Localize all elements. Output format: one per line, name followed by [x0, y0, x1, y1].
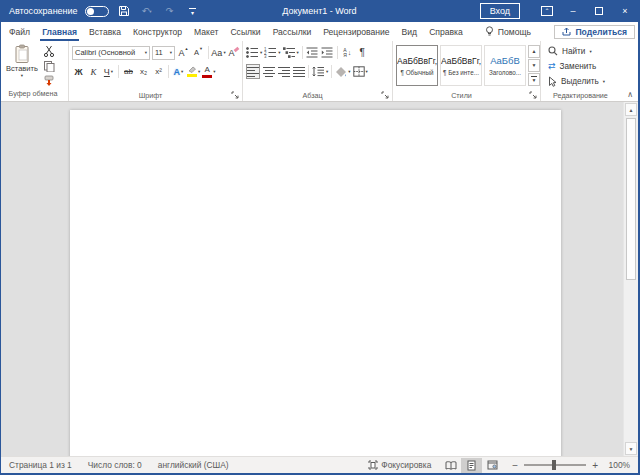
- tell-me-button[interactable]: Помощь: [485, 26, 531, 37]
- scroll-up-icon[interactable]: ▲: [625, 103, 637, 116]
- paragraph-dialog-launcher[interactable]: [381, 91, 389, 99]
- tab-view[interactable]: Вид: [402, 22, 418, 41]
- styles-scroll-up-button[interactable]: ▲: [528, 45, 540, 58]
- multilevel-list-button[interactable]: ▾: [283, 45, 299, 60]
- print-layout-icon[interactable]: [461, 458, 482, 473]
- redo-icon[interactable]: ↷: [162, 3, 178, 19]
- align-center-button[interactable]: [262, 64, 275, 79]
- scroll-down-icon[interactable]: ▼: [625, 442, 637, 455]
- decrease-indent-button[interactable]: [306, 45, 319, 60]
- sign-in-button[interactable]: Вход: [480, 3, 520, 19]
- sort-arrow-icon: ↓: [348, 49, 352, 56]
- word-count[interactable]: Число слов: 0: [88, 460, 142, 470]
- find-button[interactable]: Найти ▾: [548, 44, 636, 58]
- style-preview: АаБбВ: [490, 55, 520, 66]
- styles-more-button[interactable]: ▼: [528, 73, 540, 86]
- maximize-button[interactable]: [586, 0, 612, 22]
- select-button[interactable]: Выделить ▾: [548, 74, 636, 88]
- minimize-button[interactable]: –: [560, 0, 586, 22]
- tab-insert[interactable]: Вставка: [89, 22, 121, 41]
- language-indicator[interactable]: английский (США): [158, 460, 229, 470]
- zoom-slider-thumb[interactable]: [552, 460, 556, 470]
- page-indicator[interactable]: Страница 1 из 1: [9, 460, 72, 470]
- shading-button[interactable]: ▾: [335, 64, 350, 79]
- font-color-button[interactable]: А ▾: [202, 64, 215, 79]
- sort-button[interactable]: А Я ↓: [341, 45, 354, 60]
- paste-caret-icon: ▾: [21, 73, 23, 78]
- style-card-normal[interactable]: АаБбВвГг, ¶ Обычный: [396, 45, 438, 86]
- lightbulb-icon: [485, 26, 494, 37]
- text-effects-caret-icon: ▾: [181, 69, 183, 74]
- tab-review[interactable]: Рецензирование: [323, 22, 389, 41]
- shrink-font-button[interactable]: A▼: [192, 45, 205, 60]
- highlight-color-bar: [187, 74, 197, 77]
- styles-scroll-down-button[interactable]: ▼: [528, 59, 540, 72]
- zoom-out-button[interactable]: −: [512, 460, 518, 471]
- scrollbar-thumb[interactable]: [626, 118, 636, 280]
- save-icon[interactable]: [116, 3, 132, 19]
- vertical-scrollbar[interactable]: ▲ ▼: [623, 102, 638, 456]
- tab-help[interactable]: Справка: [429, 22, 463, 41]
- document-page[interactable]: [70, 110, 561, 456]
- bold-button[interactable]: Ж: [72, 64, 85, 79]
- close-button[interactable]: ×: [612, 0, 638, 22]
- zoom-in-button[interactable]: +: [592, 460, 598, 471]
- copy-button[interactable]: [42, 59, 55, 73]
- numbering-button[interactable]: 123 ▾: [264, 45, 280, 60]
- show-marks-button[interactable]: ¶: [356, 45, 369, 60]
- tab-references[interactable]: Ссылки: [230, 22, 260, 41]
- autosave-toggle[interactable]: [85, 6, 109, 17]
- highlight-color-button[interactable]: ▾: [187, 64, 200, 79]
- align-right-button[interactable]: [277, 64, 290, 79]
- font-size-select[interactable]: 11▾: [152, 46, 175, 60]
- grow-font-button[interactable]: A▲: [177, 45, 190, 60]
- search-icon: [548, 46, 558, 56]
- tab-design[interactable]: Конструктор: [133, 22, 182, 41]
- separator: [337, 46, 338, 59]
- undo-icon[interactable]: ↶▾: [139, 3, 155, 19]
- select-caret-icon: ▾: [603, 79, 605, 84]
- collapse-ribbon-icon[interactable]: ∧: [627, 90, 633, 99]
- line-spacing-button[interactable]: ▾: [312, 64, 328, 79]
- format-painter-button[interactable]: [42, 74, 55, 88]
- change-case-button[interactable]: Aa▾: [212, 45, 225, 60]
- font-name-select[interactable]: Calibri (Основной▾: [72, 46, 150, 60]
- borders-button[interactable]: ▾: [353, 64, 368, 79]
- tab-layout[interactable]: Макет: [194, 22, 218, 41]
- underline-button[interactable]: Ч▾: [102, 64, 115, 79]
- quick-access-toolbar-menu-icon[interactable]: ▾: [185, 3, 201, 19]
- styles-dialog-launcher[interactable]: [529, 91, 537, 99]
- cut-button[interactable]: [42, 44, 55, 58]
- paste-button[interactable]: Вставить ▾: [4, 44, 40, 88]
- italic-button[interactable]: К: [87, 64, 100, 79]
- paragraph-group-label: Абзац: [243, 91, 382, 100]
- tab-mailings[interactable]: Рассылки: [273, 22, 312, 41]
- font-dialog-launcher[interactable]: [231, 91, 239, 99]
- clear-formatting-button[interactable]: A: [227, 45, 240, 60]
- svg-text:3: 3: [264, 54, 267, 58]
- multilevel-caret-icon: ▾: [297, 50, 299, 55]
- tab-file[interactable]: Файл: [9, 22, 30, 41]
- strikethrough-button[interactable]: ab: [122, 64, 135, 79]
- style-card-no-spacing[interactable]: АаБбВвГг, ¶ Без инте...: [440, 45, 482, 86]
- zoom-slider[interactable]: [524, 464, 586, 466]
- web-layout-icon[interactable]: [482, 458, 503, 473]
- justify-button[interactable]: [292, 64, 305, 79]
- focus-icon: [368, 460, 378, 470]
- zoom-level[interactable]: 100%: [604, 460, 630, 470]
- ribbon: Вставить ▾: [1, 41, 638, 102]
- subscript-button[interactable]: x₂: [137, 64, 150, 79]
- document-area: ▲ ▼: [1, 102, 638, 456]
- read-mode-icon[interactable]: [440, 458, 461, 473]
- superscript-button[interactable]: x²: [152, 64, 165, 79]
- ribbon-display-options-icon[interactable]: ⌃: [534, 0, 560, 22]
- align-left-button[interactable]: [246, 64, 260, 79]
- tab-home[interactable]: Главная: [42, 22, 77, 41]
- replace-button[interactable]: ⇄ Заменить: [548, 59, 636, 73]
- text-effects-button[interactable]: A▾: [172, 64, 185, 79]
- bullets-button[interactable]: ▾: [246, 45, 262, 60]
- focus-mode-button[interactable]: Фокусировка: [368, 460, 431, 470]
- increase-indent-button[interactable]: [321, 45, 334, 60]
- style-card-heading1[interactable]: АаБбВ Заголово...: [484, 45, 526, 86]
- share-button[interactable]: Поделиться: [554, 25, 635, 39]
